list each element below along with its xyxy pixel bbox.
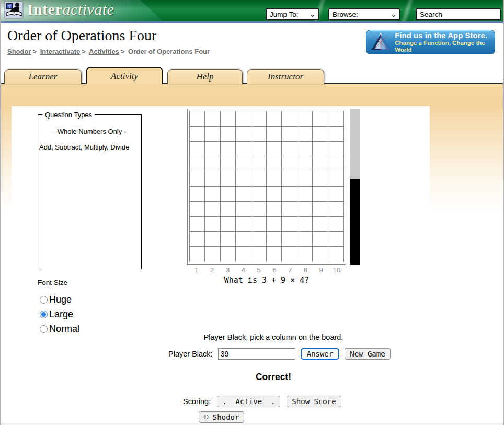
jump-to-select[interactable]: Jump To: <box>267 9 318 19</box>
scoring-active-button[interactable]: . Active . <box>217 396 280 407</box>
board-cell[interactable] <box>205 127 220 142</box>
board-cell[interactable] <box>328 111 343 127</box>
board-cell[interactable] <box>282 202 297 217</box>
board-cell[interactable] <box>251 156 267 171</box>
board-cell[interactable] <box>190 156 205 171</box>
board-cell[interactable] <box>267 127 282 142</box>
board-cell[interactable] <box>267 142 282 157</box>
board-cell[interactable] <box>190 202 205 217</box>
board-cell[interactable] <box>328 202 343 217</box>
board-cell[interactable] <box>236 247 251 262</box>
board-cell[interactable] <box>190 247 205 262</box>
board-cell[interactable] <box>205 171 220 187</box>
board-cell[interactable] <box>251 127 267 142</box>
board-cell[interactable] <box>267 217 282 232</box>
board-cell[interactable] <box>297 232 313 247</box>
board-cell[interactable] <box>313 217 328 232</box>
board-cell[interactable] <box>297 127 313 142</box>
board-cell[interactable] <box>282 247 297 262</box>
board-cell[interactable] <box>297 217 313 232</box>
board-cell[interactable] <box>328 187 343 202</box>
board-cell[interactable] <box>221 217 236 232</box>
board-cell[interactable] <box>205 142 220 157</box>
board-cell[interactable] <box>313 202 328 217</box>
board-cell[interactable] <box>251 171 267 187</box>
board-cell[interactable] <box>328 127 343 142</box>
board-cell[interactable] <box>328 142 343 157</box>
board-cell[interactable] <box>313 171 328 187</box>
board-cell[interactable] <box>221 127 236 142</box>
board-cell[interactable] <box>297 187 313 202</box>
board-cell[interactable] <box>251 217 267 232</box>
board-cell[interactable] <box>267 232 282 247</box>
board-cell[interactable] <box>313 247 328 262</box>
breadcrumb-link-shodor[interactable]: Shodor <box>7 48 31 55</box>
board-cell[interactable] <box>190 142 205 157</box>
board-cell[interactable] <box>313 111 328 127</box>
tab-instructor[interactable]: Instructor <box>247 69 324 84</box>
font-size-radio-huge[interactable] <box>40 296 48 304</box>
search-input[interactable] <box>416 8 501 20</box>
board-cell[interactable] <box>205 156 220 171</box>
board-cell[interactable] <box>251 247 267 262</box>
board-cell[interactable] <box>251 202 267 217</box>
board-cell[interactable] <box>282 171 297 187</box>
board-cell[interactable] <box>282 156 297 171</box>
board-cell[interactable] <box>190 111 205 127</box>
browse-select[interactable]: Browse: <box>329 9 399 19</box>
board-cell[interactable] <box>297 156 313 171</box>
board-cell[interactable] <box>205 111 220 127</box>
board-cell[interactable] <box>236 217 251 232</box>
answer-button[interactable]: Answer <box>301 348 340 360</box>
board-cell[interactable] <box>328 156 343 171</box>
board-cell[interactable] <box>205 217 220 232</box>
app-store-badge[interactable]: Find us in the App Store. Change a Funct… <box>366 30 495 54</box>
board-cell[interactable] <box>236 232 251 247</box>
tab-activity[interactable]: Activity <box>86 67 163 84</box>
board-cell[interactable] <box>236 202 251 217</box>
board-cell[interactable] <box>251 232 267 247</box>
board-cell[interactable] <box>328 217 343 232</box>
shodor-copyright-button[interactable]: © Shodor <box>199 411 244 423</box>
board-cell[interactable] <box>251 111 267 127</box>
board-cell[interactable] <box>328 232 343 247</box>
board-cell[interactable] <box>282 142 297 157</box>
font-size-radio-label[interactable]: Huge <box>49 294 72 305</box>
board-cell[interactable] <box>236 142 251 157</box>
board-cell[interactable] <box>221 247 236 262</box>
board-cell[interactable] <box>205 232 220 247</box>
font-size-radio-label[interactable]: Large <box>49 309 73 320</box>
board-cell[interactable] <box>328 247 343 262</box>
board-cell[interactable] <box>251 187 267 202</box>
board-cell[interactable] <box>267 156 282 171</box>
board-cell[interactable] <box>236 111 251 127</box>
board-cell[interactable] <box>313 127 328 142</box>
new-game-button[interactable]: New Game <box>345 348 390 360</box>
answer-input[interactable] <box>218 348 295 360</box>
board-cell[interactable] <box>236 187 251 202</box>
board-cell[interactable] <box>282 217 297 232</box>
board-cell[interactable] <box>236 156 251 171</box>
board-cell[interactable] <box>205 247 220 262</box>
board-cell[interactable] <box>297 142 313 157</box>
tab-help[interactable]: Help <box>167 69 243 84</box>
board-cell[interactable] <box>282 111 297 127</box>
breadcrumb-link-activities[interactable]: Activities <box>89 48 119 55</box>
board-cell[interactable] <box>297 111 313 127</box>
board-cell[interactable] <box>205 187 220 202</box>
board-cell[interactable] <box>190 217 205 232</box>
board-cell[interactable] <box>221 156 236 171</box>
board-cell[interactable] <box>221 187 236 202</box>
board-cell[interactable] <box>313 142 328 157</box>
board-cell[interactable] <box>267 111 282 127</box>
board-cell[interactable] <box>221 171 236 187</box>
show-score-button[interactable]: Show Score <box>287 396 341 407</box>
board-cell[interactable] <box>221 202 236 217</box>
board-cell[interactable] <box>313 187 328 202</box>
board-cell[interactable] <box>282 232 297 247</box>
font-size-radio-label[interactable]: Normal <box>49 324 79 335</box>
board-cell[interactable] <box>221 232 236 247</box>
tab-learner[interactable]: Learner <box>4 69 82 84</box>
board-cell[interactable] <box>267 247 282 262</box>
font-size-radio-large[interactable] <box>40 311 48 318</box>
